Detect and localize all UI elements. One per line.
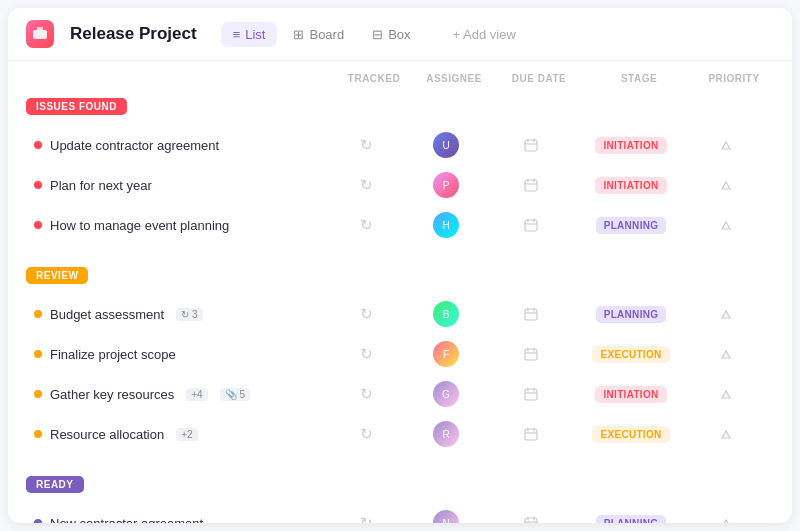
task-duedate[interactable]: [486, 138, 576, 152]
svg-rect-0: [33, 30, 47, 39]
task-assignee[interactable]: B: [406, 301, 486, 327]
task-row[interactable]: Gather key resources+4📎 5↻GINITIATION: [16, 374, 784, 414]
col-stage: STAGE: [584, 73, 694, 84]
task-tracked[interactable]: ↻: [326, 136, 406, 154]
svg-rect-26: [525, 429, 537, 440]
task-tracked[interactable]: ↻: [326, 385, 406, 403]
task-name: New contractor agreement: [34, 516, 326, 524]
task-stage[interactable]: PLANNING: [576, 217, 686, 234]
stage-badge: EXECUTION: [592, 426, 669, 443]
task-priority[interactable]: [686, 517, 766, 524]
task-priority[interactable]: [686, 179, 766, 192]
tab-board[interactable]: ⊞ Board: [281, 22, 356, 47]
task-duedate[interactable]: [486, 218, 576, 232]
group-badge-ready: READY: [26, 476, 84, 493]
box-icon: ⊟: [372, 27, 383, 42]
svg-rect-6: [525, 180, 537, 191]
task-duedate[interactable]: [486, 347, 576, 361]
task-tracked[interactable]: ↻: [326, 216, 406, 234]
task-assignee[interactable]: F: [406, 341, 486, 367]
stage-badge: INITIATION: [595, 177, 666, 194]
task-name-text: How to manage event planning: [50, 218, 229, 233]
task-priority[interactable]: [686, 348, 766, 361]
task-assignee[interactable]: P: [406, 172, 486, 198]
add-view-button[interactable]: + Add view: [443, 22, 526, 47]
task-stage[interactable]: PLANNING: [576, 306, 686, 323]
stage-badge: PLANNING: [596, 306, 667, 323]
stage-badge: EXECUTION: [592, 346, 669, 363]
task-tracked[interactable]: ↻: [326, 514, 406, 523]
task-name: Finalize project scope: [34, 347, 326, 362]
task-dot: [34, 390, 42, 398]
avatar: P: [433, 172, 459, 198]
task-priority[interactable]: [686, 308, 766, 321]
task-name-text: Finalize project scope: [50, 347, 176, 362]
group-header-issues: ISSUES FOUND: [8, 88, 792, 125]
col-priority: PRIORITY: [694, 73, 774, 84]
task-assignee[interactable]: U: [406, 132, 486, 158]
app-container: Release Project ≡ List ⊞ Board ⊟ Box + A…: [8, 8, 792, 523]
task-row[interactable]: Budget assessment↻ 3↻BPLANNING: [16, 294, 784, 334]
task-duedate[interactable]: [486, 307, 576, 321]
task-stage[interactable]: EXECUTION: [576, 426, 686, 443]
avatar: H: [433, 212, 459, 238]
task-stage[interactable]: PLANNING: [576, 515, 686, 524]
task-dot: [34, 181, 42, 189]
task-row[interactable]: How to manage event planning↻HPLANNING: [16, 205, 784, 245]
task-assignee[interactable]: G: [406, 381, 486, 407]
task-stage[interactable]: INITIATION: [576, 137, 686, 154]
task-inline-badge: ↻ 3: [176, 308, 202, 321]
task-name-text: Update contractor agreement: [50, 138, 219, 153]
task-tracked[interactable]: ↻: [326, 425, 406, 443]
task-dot: [34, 519, 42, 523]
stage-badge: INITIATION: [595, 386, 666, 403]
groups-container: ISSUES FOUNDUpdate contractor agreement↻…: [8, 88, 792, 523]
task-tracked[interactable]: ↻: [326, 176, 406, 194]
stage-badge: INITIATION: [595, 137, 666, 154]
task-priority[interactable]: [686, 139, 766, 152]
group-badge-issues: ISSUES FOUND: [26, 98, 127, 115]
avatar: B: [433, 301, 459, 327]
task-tracked[interactable]: ↻: [326, 305, 406, 323]
board-icon: ⊞: [293, 27, 304, 42]
task-name-text: Resource allocation: [50, 427, 164, 442]
col-duedate: DUE DATE: [494, 73, 584, 84]
col-name: [26, 73, 334, 84]
stage-badge: PLANNING: [596, 515, 667, 524]
task-name: How to manage event planning: [34, 218, 326, 233]
task-duedate[interactable]: [486, 516, 576, 523]
task-row[interactable]: Finalize project scope↻FEXECUTION: [16, 334, 784, 374]
avatar: G: [433, 381, 459, 407]
task-dot: [34, 141, 42, 149]
group-header-review: REVIEW: [8, 257, 792, 294]
tab-box[interactable]: ⊟ Box: [360, 22, 422, 47]
task-assignee[interactable]: N: [406, 510, 486, 523]
task-duedate[interactable]: [486, 387, 576, 401]
task-tracked[interactable]: ↻: [326, 345, 406, 363]
task-assignee[interactable]: H: [406, 212, 486, 238]
task-inline-badge: +4: [186, 388, 207, 401]
task-name-text: Budget assessment: [50, 307, 164, 322]
task-assignee[interactable]: R: [406, 421, 486, 447]
task-stage[interactable]: EXECUTION: [576, 346, 686, 363]
task-priority[interactable]: [686, 219, 766, 232]
svg-rect-22: [525, 389, 537, 400]
task-stage[interactable]: INITIATION: [576, 386, 686, 403]
group-header-ready: READY: [8, 466, 792, 503]
tab-list[interactable]: ≡ List: [221, 22, 278, 47]
task-row[interactable]: Update contractor agreement↻UINITIATION: [16, 125, 784, 165]
list-icon: ≡: [233, 27, 241, 42]
task-priority[interactable]: [686, 428, 766, 441]
task-row[interactable]: Resource allocation+2↻REXECUTION: [16, 414, 784, 454]
group-issues: ISSUES FOUNDUpdate contractor agreement↻…: [8, 88, 792, 245]
col-assignee: ASSIGNEE: [414, 73, 494, 84]
task-row[interactable]: New contractor agreement↻NPLANNING: [16, 503, 784, 523]
col-tracked: TRACKED: [334, 73, 414, 84]
task-stage[interactable]: INITIATION: [576, 177, 686, 194]
task-duedate[interactable]: [486, 427, 576, 441]
task-duedate[interactable]: [486, 178, 576, 192]
group-review: REVIEWBudget assessment↻ 3↻BPLANNINGFina…: [8, 257, 792, 454]
group-ready: READYNew contractor agreement↻NPLANNINGR…: [8, 466, 792, 523]
task-row[interactable]: Plan for next year↻PINITIATION: [16, 165, 784, 205]
task-priority[interactable]: [686, 388, 766, 401]
